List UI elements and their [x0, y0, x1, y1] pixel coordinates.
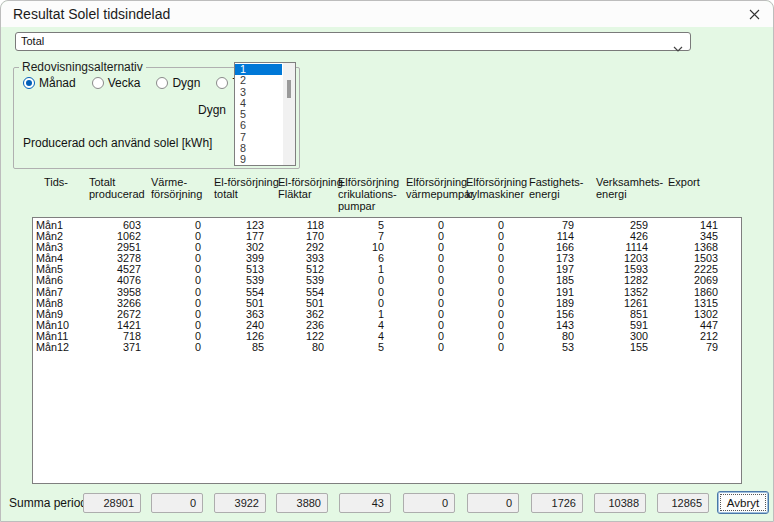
- summary-value-box: 0: [151, 493, 203, 513]
- result-type-select[interactable]: Total: [15, 32, 691, 51]
- row-month-prefix: Mån: [36, 275, 57, 286]
- list-item[interactable]: 2: [235, 75, 282, 86]
- radio-label: Månad: [39, 76, 76, 90]
- close-icon[interactable]: [743, 4, 765, 24]
- table-cell: 0: [444, 309, 504, 320]
- table-cell: 2069: [648, 275, 718, 286]
- dygn-listbox[interactable]: 12345678910: [234, 62, 296, 166]
- table-cell: 0: [324, 275, 384, 286]
- scrollbar-thumb[interactable]: [287, 80, 291, 98]
- column-header: Fastighets- energi: [529, 176, 583, 200]
- summary-value-box: 28901: [83, 493, 141, 513]
- radio-circle-icon: [92, 77, 104, 89]
- table-cell: 0: [444, 242, 504, 253]
- table-cell: 0: [384, 287, 444, 298]
- column-header: Elförsörjning crikulations- pumpar: [338, 176, 399, 212]
- table-cell: 0: [141, 220, 201, 231]
- table-cell: 0: [444, 298, 504, 309]
- row-month-cell: Mån12: [33, 342, 61, 353]
- table-cell: 0: [444, 264, 504, 275]
- column-header: Export: [668, 176, 700, 188]
- table-cell: 79: [648, 342, 718, 353]
- table-cell: 0: [141, 287, 201, 298]
- table-cell: 5: [324, 342, 384, 353]
- table-cell: 4076: [61, 275, 141, 286]
- table-cell: 0: [141, 264, 201, 275]
- table-cell: 0: [141, 342, 201, 353]
- table-cell: 539: [201, 275, 264, 286]
- list-item[interactable]: 9: [235, 154, 282, 165]
- result-type-value: Total: [21, 35, 44, 47]
- summary-value-box: 12865: [657, 493, 709, 513]
- summary-value-box: 3922: [214, 493, 266, 513]
- table-cell: 80: [264, 342, 324, 353]
- table-cell: 1: [324, 309, 384, 320]
- table-rows: Mån1603012311850079259141Mån210620177170…: [33, 220, 741, 353]
- table-row[interactable]: Mån73958055455400019113521860: [33, 287, 741, 298]
- table-cell: 0: [141, 231, 201, 242]
- table-row[interactable]: Mån64076053953900018512822069: [33, 275, 741, 286]
- table-cell: 1: [324, 264, 384, 275]
- summary-value-box: 3880: [276, 493, 328, 513]
- table-cell: 0: [384, 264, 444, 275]
- radio-option-vecka[interactable]: Vecka: [92, 76, 141, 90]
- title-bar: Resultat Solel tidsindelad: [1, 1, 773, 27]
- summary-value-box: 10388: [594, 493, 646, 513]
- section-label: Producerad och använd solel [kWh]: [23, 136, 212, 150]
- table-cell: 0: [141, 309, 201, 320]
- table-cell: 3958: [61, 287, 141, 298]
- table-cell: 0: [141, 242, 201, 253]
- radio-option-dygn[interactable]: Dygn: [156, 76, 200, 90]
- table-cell: 1282: [574, 275, 648, 286]
- dialog-title: Resultat Solel tidsindelad: [13, 6, 170, 22]
- table-cell: 539: [264, 275, 324, 286]
- dygn-label: Dygn: [198, 103, 224, 117]
- table-cell: 4: [324, 331, 384, 342]
- row-month-cell: Mån6: [33, 275, 61, 286]
- summary-value-box: 1726: [531, 493, 583, 513]
- table-cell: 0: [324, 287, 384, 298]
- table-cell: 6: [324, 253, 384, 264]
- table-cell: 1352: [574, 287, 648, 298]
- cancel-button[interactable]: Avbryt: [717, 491, 769, 514]
- summary-label: Summa period: [9, 496, 87, 510]
- summary-value-box: 43: [339, 493, 391, 513]
- row-month-prefix: Mån: [36, 342, 57, 353]
- summary-value-box: 0: [467, 493, 519, 513]
- chevron-down-icon: [673, 38, 683, 56]
- table-cell: 554: [264, 287, 324, 298]
- table-cell: 10: [324, 242, 384, 253]
- column-header: El-försörjning Fläktar: [278, 176, 343, 200]
- table-cell: 0: [384, 320, 444, 331]
- table-cell: 0: [384, 331, 444, 342]
- table-cell: 0: [141, 298, 201, 309]
- column-header: Elförsörjning kylmaskiner: [466, 176, 527, 200]
- table-cell: 0: [384, 242, 444, 253]
- column-header: Verksamhets- energi: [596, 176, 663, 200]
- radio-group: MånadVeckaDygnTimma: [23, 76, 269, 90]
- table-cell: 0: [444, 331, 504, 342]
- table-cell: 371: [61, 342, 141, 353]
- table-row[interactable]: Mån12371085805005315579: [33, 342, 741, 353]
- table-cell: 0: [384, 298, 444, 309]
- table-cell: 53: [504, 342, 574, 353]
- table-cell: 0: [384, 342, 444, 353]
- column-header: Totalt producerad: [89, 176, 145, 200]
- summary-value-box: 0: [403, 493, 455, 513]
- group-label: Redovisningsalternativ: [19, 60, 146, 74]
- radio-option-månad[interactable]: Månad: [23, 76, 76, 90]
- listbox-scrollbar[interactable]: [283, 63, 295, 165]
- table-cell: 0: [444, 220, 504, 231]
- table-cell: 4: [324, 320, 384, 331]
- table-cell: 0: [384, 253, 444, 264]
- dygn-list-items: 12345678910: [235, 64, 282, 166]
- table-cell: 0: [444, 320, 504, 331]
- radio-label: Dygn: [172, 76, 200, 90]
- table-cell: 0: [444, 342, 504, 353]
- results-table[interactable]: Mån1603012311850079259141Mån210620177170…: [32, 217, 742, 484]
- table-cell: 0: [141, 253, 201, 264]
- table-cell: 0: [384, 275, 444, 286]
- table-cell: 5: [324, 220, 384, 231]
- column-header: Värme- försörjning: [151, 176, 202, 200]
- table-cell: 0: [384, 231, 444, 242]
